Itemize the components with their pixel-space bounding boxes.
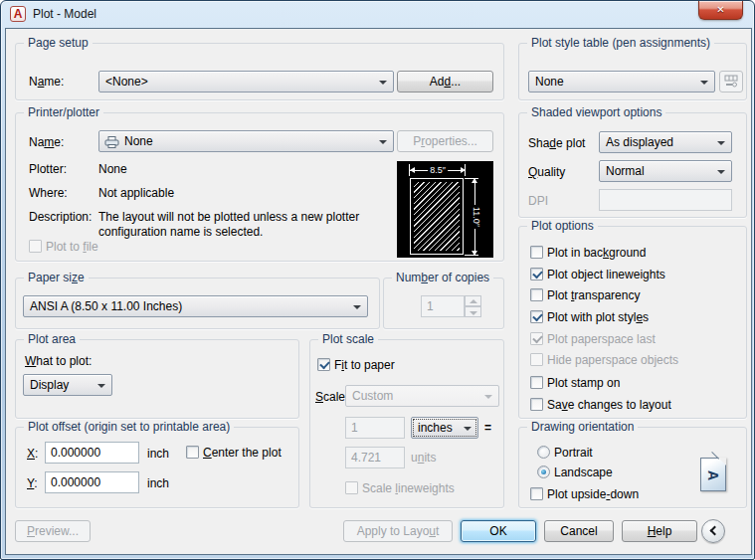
- paper-preview: 8.5″ 11.0″: [397, 161, 493, 258]
- autocad-logo-icon: A: [10, 6, 26, 22]
- plotter-label: Plotter:: [29, 162, 67, 176]
- plot-to-file-label: Plot to file: [46, 240, 98, 254]
- chevron-down-icon: [484, 395, 492, 399]
- plot-area-title: Plot area: [24, 332, 80, 346]
- scale-select: Custom: [345, 385, 499, 407]
- plot-stamp-on-checkbox[interactable]: [530, 376, 543, 389]
- plot-dialog-window: A Plot - Model ✕ Page setup Name: <None>…: [0, 0, 755, 560]
- center-plot-checkbox[interactable]: [186, 446, 199, 459]
- add-page-setup-button[interactable]: Add...: [397, 71, 493, 93]
- plot-object-lineweights-checkbox[interactable]: [530, 268, 543, 280]
- chevron-down-icon: [379, 81, 387, 85]
- height-dimension-label: 11.0″: [472, 205, 481, 229]
- chevron-down-icon: [700, 81, 708, 85]
- landscape-radio[interactable]: [537, 466, 550, 478]
- y-offset-label: Y:: [27, 476, 38, 490]
- plot-option-label: Plot with plot styles: [547, 310, 649, 324]
- plot-option-label: Plot object lineweights: [547, 268, 665, 281]
- cancel-button[interactable]: Cancel: [544, 520, 614, 542]
- chevron-down-icon: [379, 140, 387, 144]
- copies-title: Number of copies: [392, 271, 493, 284]
- equals-sign: =: [484, 421, 491, 435]
- scale-unit-select[interactable]: inches: [411, 417, 478, 439]
- spinner-up-icon: [470, 299, 477, 303]
- paper-outline: [410, 178, 464, 255]
- paper-size-select[interactable]: ANSI A (8.50 x 11.00 Inches): [23, 295, 368, 317]
- description-value: The layout will not be plotted unless a …: [98, 210, 397, 240]
- plot-option-label: Plot in background: [547, 246, 646, 260]
- chevron-down-icon: [464, 427, 472, 431]
- shaded-viewport-title: Shaded viewport options: [527, 105, 665, 119]
- printer-name-label: Name:: [29, 135, 64, 149]
- units-label: units: [411, 451, 436, 465]
- y-offset-input[interactable]: 0.000000: [45, 471, 139, 493]
- y-offset-unit: inch: [147, 476, 169, 490]
- what-to-plot-select[interactable]: Display: [23, 374, 112, 396]
- plot-option-label: Plot transparency: [547, 288, 640, 302]
- portrait-radio[interactable]: [537, 446, 550, 459]
- chevron-down-icon: [353, 305, 361, 309]
- quality-select[interactable]: Normal: [599, 160, 732, 182]
- dpi-input: [599, 189, 732, 211]
- scale-units-input: 4.721: [345, 447, 405, 468]
- scale-label: Scale:: [315, 390, 348, 404]
- page-setup-title: Page setup: [24, 36, 93, 50]
- copies-stepper: [465, 295, 481, 317]
- help-button[interactable]: Help: [622, 520, 697, 542]
- plot-in-background-checkbox[interactable]: [530, 246, 543, 259]
- printer-plotter-title: Printer/plotter: [24, 105, 103, 119]
- plot-offset-group: Plot offset (origin set to printable are…: [15, 427, 299, 508]
- dialog-body: Page setup Name: <None> Add... Plot styl…: [5, 28, 752, 555]
- plot-style-table-select[interactable]: None: [528, 71, 715, 93]
- dpi-label: DPI: [528, 194, 548, 208]
- close-button[interactable]: ✕: [698, 1, 743, 20]
- page-setup-name-label: Name:: [29, 75, 64, 89]
- edit-plot-style-button: [719, 71, 743, 93]
- scale-ratio-input: 1: [345, 417, 405, 439]
- portrait-label: Portrait: [554, 446, 593, 460]
- plotter-value: None: [98, 162, 127, 176]
- apply-to-layout-button: Apply to Layout: [343, 520, 453, 542]
- plot-options-title: Plot options: [527, 219, 598, 233]
- x-offset-input[interactable]: 0.000000: [45, 442, 139, 464]
- plot-style-editor-icon: [723, 75, 739, 89]
- scale-lineweights-label: Scale lineweights: [362, 481, 455, 495]
- page-setup-name-select[interactable]: <None>: [98, 71, 394, 93]
- hide-paperspace-objects-checkbox: [530, 353, 543, 366]
- chevron-left-icon: [710, 526, 720, 536]
- plot-paperspace-last-checkbox: [530, 332, 543, 345]
- printer-icon: [104, 136, 119, 148]
- x-offset-unit: inch: [147, 447, 169, 461]
- ok-button[interactable]: OK: [461, 520, 536, 542]
- plot-upside-down-label: Plot upside-down: [547, 487, 639, 501]
- chevron-down-icon: [717, 170, 725, 174]
- plot-to-file-checkbox: [29, 240, 42, 253]
- what-to-plot-label: What to plot:: [25, 354, 92, 368]
- plot-scale-title: Plot scale: [318, 332, 378, 346]
- fit-to-paper-checkbox[interactable]: [317, 358, 330, 371]
- center-plot-label: Center the plot: [203, 446, 282, 460]
- x-offset-label: X:: [27, 447, 38, 461]
- landscape-label: Landscape: [554, 466, 613, 479]
- plot-upside-down-checkbox[interactable]: [530, 487, 543, 500]
- close-icon: ✕: [699, 1, 742, 18]
- window-title: Plot - Model: [33, 7, 96, 21]
- quality-label: Quality: [528, 165, 565, 179]
- plot-transparency-checkbox[interactable]: [530, 288, 543, 301]
- shade-plot-select[interactable]: As displayed: [599, 131, 732, 153]
- fit-to-paper-label: Fit to paper: [334, 358, 395, 372]
- drawing-orientation-title: Drawing orientation: [527, 420, 638, 434]
- save-changes-to-layout-checkbox[interactable]: [530, 398, 543, 411]
- plot-with-plot-styles-checkbox[interactable]: [530, 310, 543, 323]
- paper-size-title: Paper size: [24, 271, 89, 284]
- less-options-button[interactable]: [701, 519, 725, 543]
- title-bar[interactable]: A Plot - Model ✕: [1, 1, 754, 28]
- scale-lineweights-checkbox: [345, 481, 358, 494]
- chevron-down-icon: [717, 141, 725, 145]
- printer-name-select[interactable]: None: [98, 130, 394, 152]
- printable-area-hatch: [414, 182, 460, 251]
- width-dimension: 8.5″: [410, 166, 466, 175]
- plot-option-label: Hide paperspace objects: [547, 353, 678, 367]
- plot-option-label: Plot stamp on: [547, 376, 620, 390]
- properties-button: Properties...: [397, 130, 493, 152]
